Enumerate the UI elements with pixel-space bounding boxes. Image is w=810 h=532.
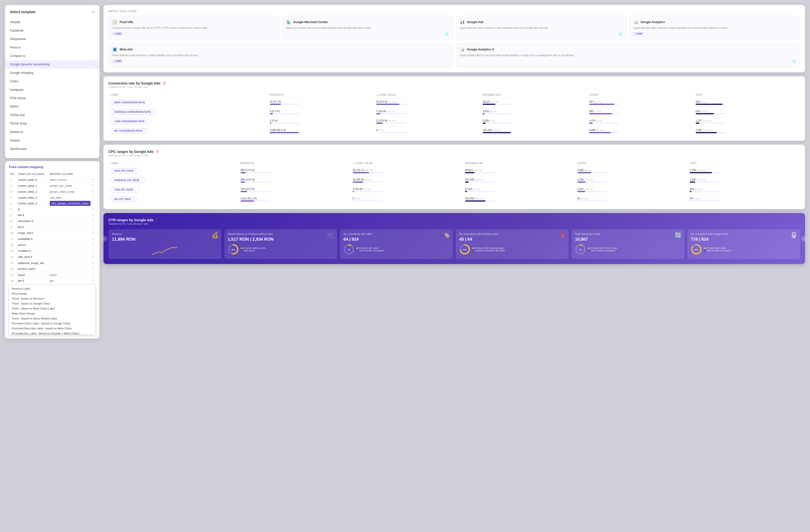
template-item[interactable]: Instagram›	[5, 85, 99, 94]
mapping-edit-icon[interactable]: ✎	[92, 219, 94, 223]
mapping-value-col[interactable]: ✎	[48, 218, 96, 224]
mapping-edit-icon[interactable]: ✎	[92, 178, 94, 181]
template-item[interactable]: RTB House›	[5, 94, 99, 102]
template-item[interactable]: Elefant.ro›	[5, 128, 99, 136]
mapping-value-col[interactable]: google_clicks_range✎	[48, 189, 96, 195]
legend-list: Products with sales Total number of prod…	[356, 247, 384, 252]
stats-clicks-cell: 81 (0.7 %)	[576, 195, 688, 204]
dropdown-list-item[interactable]: Revenue Label	[9, 286, 95, 291]
template-item[interactable]: TikTok Ads›	[5, 111, 99, 119]
mapping-value-col[interactable]: ✎	[48, 224, 96, 230]
template-item[interactable]: TikTok Shop›	[5, 119, 99, 128]
import-card-icon: 📘	[112, 47, 118, 52]
products-text: 3 (0.1 %)	[270, 110, 372, 113]
ctr-card-value: 1,517 RON | 2,934 RON	[228, 237, 334, 242]
mapping-value-col[interactable]: gtin✎	[48, 278, 96, 284]
stats-revenue-cell: 763,194 (94.1 %)	[481, 126, 587, 136]
mapping-edit-icon[interactable]: ✎	[92, 273, 94, 277]
dropdown-list-item[interactable]: Promoted Clicks Label - based on Google …	[9, 321, 95, 326]
template-item-label: 2performant	[10, 147, 27, 151]
stats-products-cell: 1,511 (45.1 %)	[239, 195, 351, 204]
template-item[interactable]: Klaviyo›	[5, 136, 99, 145]
mapping-edit-icon[interactable]: ✎	[92, 207, 94, 211]
donut-chart: 7%	[343, 244, 354, 255]
mapping-value-col[interactable]: ✎	[48, 206, 96, 212]
mapping-edit-icon[interactable]: ✎	[92, 184, 94, 187]
dropdown-list-item[interactable]: Promoted ALL Label - based on (Google + …	[9, 331, 95, 335]
mapping-edit-icon[interactable]: ✎	[92, 261, 94, 265]
mapping-edit-icon[interactable]: ✎	[92, 226, 94, 229]
template-item[interactable]: Shopify›	[5, 18, 99, 26]
mapping-value-col[interactable]: has_google_conversion_value	[48, 201, 96, 206]
mapping-edit-icon[interactable]: ✎	[92, 196, 94, 199]
mapping-value-col[interactable]: ✎	[48, 236, 96, 242]
mapping-value-col[interactable]: ✎	[48, 254, 96, 260]
mapping-row: 10image_link ℹ✎	[9, 230, 96, 236]
mapping-edit-icon[interactable]: ✎	[92, 237, 94, 240]
dropdown-list-item[interactable]: Trend - based on Items Viewed Label	[9, 316, 95, 321]
mapping-dropdown[interactable]: Revenue LabelPrice RangeTrend - based on…	[9, 285, 96, 335]
dropdown-list-item[interactable]: Meta Clicks Range	[9, 311, 95, 316]
add-badge[interactable]: + Add	[112, 32, 123, 36]
mapping-value-col[interactable]: ✎	[48, 212, 96, 218]
revenue-bar	[483, 113, 484, 114]
template-item-chevron: ›	[94, 46, 95, 49]
mapping-edit-icon[interactable]: ✎	[92, 249, 94, 253]
template-item[interactable]: EMAC›	[5, 102, 99, 111]
mapping-value-col[interactable]: cart_label✎	[48, 195, 96, 201]
template-item[interactable]: Shopmania›	[5, 35, 99, 43]
mapping-edit-icon[interactable]: ✎	[92, 214, 94, 217]
cost-text: 925 (9 %)	[696, 100, 798, 103]
mapping-value-col[interactable]: brand✎	[48, 272, 96, 278]
mapping-value-col[interactable]: ✎	[48, 260, 96, 266]
label-badge: HIGH CONVERSION RATE ?	[110, 100, 151, 105]
mapping-col-text: cart_label	[50, 196, 62, 199]
mapping-edit-icon[interactable]: ✎	[92, 279, 94, 282]
legend-list: Products With Conv. Value Total number o…	[588, 247, 617, 252]
ctr-nav-left[interactable]: ‹	[101, 236, 108, 242]
add-badge[interactable]: + Add	[112, 59, 123, 63]
mapping-edit-icon[interactable]: ✎	[92, 190, 94, 193]
products-bar	[241, 200, 254, 202]
mapping-value-col[interactable]: ✎	[48, 242, 96, 248]
clicks-text: 3,330 (27.1 %)	[578, 178, 686, 181]
dropdown-list-item[interactable]: Trend - based on Meta Clicks Label	[9, 306, 95, 311]
dropdown-list-item[interactable]: Price Range	[9, 291, 95, 296]
mapping-row: 6id✎	[9, 206, 96, 212]
template-item-chevron: ›	[94, 139, 95, 142]
template-item[interactable]: Criteo›	[5, 77, 99, 85]
template-item[interactable]: 2performant›	[5, 145, 99, 153]
template-item[interactable]: Price.ro›	[5, 43, 99, 52]
stats-revenue-cell: 8,356 (1 %)	[481, 117, 587, 126]
template-item[interactable]: Facebook›	[5, 26, 99, 35]
cost-bar	[690, 191, 691, 192]
template-item-label: Instagram	[10, 88, 24, 92]
stats-products-cell: 390 (17.6 %)	[239, 166, 351, 176]
template-item[interactable]: Google shopping›	[5, 69, 99, 77]
ctr-nav-right[interactable]: ›	[801, 236, 807, 242]
dropdown-list-item[interactable]: Trend - based on Revenue	[9, 296, 95, 301]
mapping-edit-icon[interactable]: ✎	[92, 255, 94, 259]
mapping-value-col[interactable]: google_cpc_range✎	[48, 183, 96, 189]
template-close-button[interactable]: ×	[92, 10, 95, 14]
dropdown-list-item[interactable]: Trend - based on Google Clicks	[9, 301, 95, 306]
template-item[interactable]: Google dynamic remarketing›	[5, 60, 99, 69]
mapping-row: 9link ℹ✎	[9, 224, 96, 230]
mapping-edit-icon[interactable]: ✎	[92, 231, 94, 235]
mapping-value-col[interactable]: label_revenue✎	[48, 177, 96, 183]
template-item[interactable]: Compari.ro›	[5, 52, 99, 60]
legend-list: Products with clicks Total number of pro…	[704, 247, 731, 252]
ctr-card-title: Revenue	[112, 233, 218, 235]
add-badge[interactable]: + Add	[633, 32, 644, 36]
revenue-text: 35,227 (4.3 %)	[483, 100, 585, 103]
dropdown-list-item[interactable]: Promoted Meta Ads Label - based on Meta …	[9, 326, 95, 331]
import-card: 📊 Google Analytics 4 Import product data…	[456, 43, 800, 67]
mapping-edit-icon[interactable]: ✎	[92, 267, 94, 270]
mapping-value-col[interactable]: ✎	[48, 230, 96, 236]
legend-item: Number of products with sales	[472, 249, 505, 252]
mapping-edit-icon[interactable]: ✎	[92, 243, 94, 247]
mapping-value-col[interactable]: ✎	[48, 248, 96, 254]
ctr-card-icon: 🛒	[327, 232, 335, 239]
stats-products-cell: 23 (3.7 %)	[268, 98, 374, 107]
mapping-value-col[interactable]: ✎	[48, 266, 96, 272]
